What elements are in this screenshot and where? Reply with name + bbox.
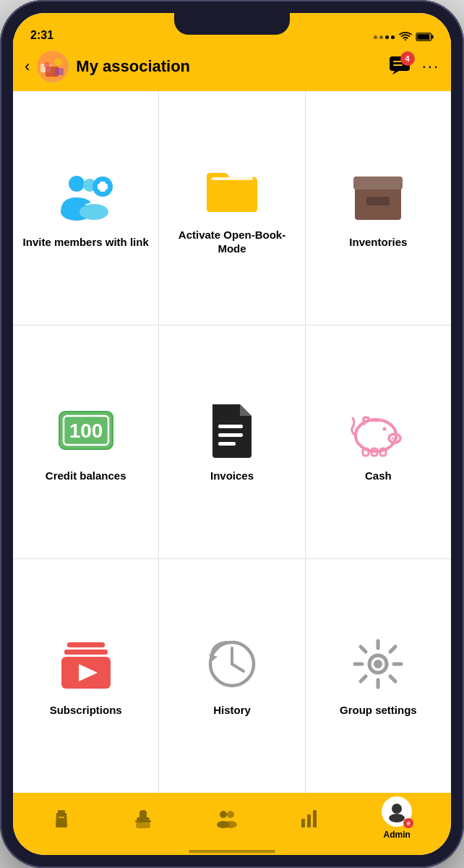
- svg-rect-40: [363, 448, 369, 456]
- members-nav-icon: [216, 809, 236, 827]
- invoice-icon: [203, 401, 261, 459]
- svg-line-56: [361, 647, 366, 652]
- svg-point-6: [55, 59, 62, 66]
- svg-rect-72: [313, 810, 317, 827]
- nav-item-food[interactable]: [124, 803, 163, 833]
- svg-line-57: [390, 676, 395, 681]
- admin-nav-label: Admin: [384, 830, 411, 840]
- home-indicator: [13, 851, 451, 855]
- svg-rect-61: [58, 810, 65, 813]
- grid-item-inventories[interactable]: Inventories: [306, 91, 451, 325]
- svg-point-74: [389, 814, 405, 822]
- cash-label: Cash: [365, 469, 392, 483]
- nav-item-drinks[interactable]: [42, 803, 81, 833]
- bottom-nav: e Admin: [13, 793, 451, 851]
- signal-dot-1: [374, 35, 377, 39]
- header-left: ‹ My association: [25, 51, 190, 82]
- svg-rect-33: [218, 442, 236, 446]
- signal-dot-4: [391, 35, 395, 39]
- signal-dot-3: [385, 35, 389, 39]
- svg-point-67: [227, 811, 234, 818]
- battery-icon: [416, 32, 434, 42]
- svg-line-59: [361, 676, 366, 681]
- svg-rect-2: [417, 34, 429, 40]
- header-right: 4 ···: [389, 56, 439, 77]
- inventories-label: Inventories: [349, 235, 407, 250]
- svg-rect-43: [67, 642, 105, 647]
- nav-item-admin[interactable]: e Admin: [371, 791, 422, 846]
- svg-rect-42: [380, 448, 386, 456]
- notification-button[interactable]: 4: [389, 56, 411, 77]
- svg-point-69: [224, 821, 237, 828]
- grid-item-invite-members[interactable]: Invite members with link: [13, 91, 158, 325]
- subscriptions-label: Subscriptions: [50, 703, 122, 718]
- avatar-image: [37, 51, 69, 82]
- svg-rect-71: [307, 814, 311, 827]
- grid-item-cash[interactable]: Cash: [306, 326, 451, 559]
- invite-icon: [57, 167, 115, 225]
- svg-rect-1: [431, 35, 434, 38]
- drinks-nav-icon: [52, 809, 71, 827]
- home-bar: [189, 850, 275, 853]
- header-title: My association: [76, 57, 190, 76]
- subscription-icon: [57, 635, 115, 693]
- phone-screen: 2:31: [13, 13, 451, 855]
- svg-marker-13: [392, 71, 399, 75]
- nav-item-members[interactable]: [206, 803, 246, 833]
- svg-rect-70: [301, 819, 305, 827]
- more-button[interactable]: ···: [422, 57, 439, 76]
- avatar[interactable]: [37, 51, 69, 82]
- svg-line-49: [232, 664, 244, 671]
- signal-dots: [374, 35, 395, 39]
- grid-item-history[interactable]: History: [159, 559, 304, 793]
- notification-badge: 4: [400, 51, 415, 66]
- credit-icon: 100: [57, 401, 115, 459]
- phone-frame: 2:31: [0, 0, 464, 868]
- archive-icon: [349, 167, 407, 225]
- credit-balances-label: Credit balances: [46, 469, 126, 483]
- grid-item-open-book[interactable]: Activate Open-Book-Mode: [159, 91, 304, 325]
- grid-container: Invite members with link: [13, 91, 451, 793]
- history-label: History: [213, 703, 251, 718]
- svg-rect-65: [136, 822, 150, 828]
- settings-icon: [349, 635, 407, 693]
- svg-rect-32: [218, 433, 243, 437]
- grid-item-group-settings[interactable]: Group settings: [306, 559, 451, 793]
- svg-rect-20: [98, 184, 108, 190]
- svg-point-66: [220, 811, 227, 818]
- grid-item-subscriptions[interactable]: Subscriptions: [13, 559, 158, 793]
- grid-item-invoices[interactable]: Invoices: [159, 326, 304, 559]
- back-button[interactable]: ‹: [25, 57, 30, 76]
- svg-point-37: [396, 438, 398, 440]
- nav-item-stats[interactable]: [290, 803, 329, 833]
- svg-rect-27: [366, 197, 390, 205]
- invite-members-label: Invite members with link: [23, 235, 149, 250]
- food-nav-icon: [134, 809, 152, 827]
- open-book-label: Activate Open-Book-Mode: [166, 228, 297, 256]
- svg-point-38: [383, 427, 387, 431]
- svg-point-14: [69, 176, 85, 192]
- svg-rect-31: [218, 425, 243, 428]
- svg-rect-64: [135, 820, 151, 822]
- svg-point-7: [44, 62, 50, 68]
- admin-nav-icon: [387, 802, 406, 821]
- svg-rect-8: [55, 68, 64, 75]
- svg-point-73: [392, 804, 402, 814]
- svg-point-60: [374, 660, 382, 668]
- svg-line-58: [390, 647, 395, 652]
- svg-point-17: [80, 204, 108, 220]
- stats-nav-icon: [300, 809, 319, 827]
- svg-rect-26: [353, 176, 403, 190]
- status-time: 2:31: [30, 29, 53, 42]
- svg-text:100: 100: [69, 420, 103, 442]
- app-header: ‹ My association: [13, 45, 451, 91]
- svg-point-36: [392, 438, 394, 440]
- history-icon: [203, 635, 261, 693]
- piggy-icon: [349, 401, 407, 459]
- group-settings-label: Group settings: [340, 703, 417, 718]
- grid-item-credit-balances[interactable]: 100 Credit balances: [13, 326, 158, 559]
- svg-rect-39: [371, 420, 380, 422]
- invoices-label: Invoices: [210, 469, 254, 483]
- wifi-icon: [399, 32, 412, 42]
- folder-icon: [203, 160, 261, 218]
